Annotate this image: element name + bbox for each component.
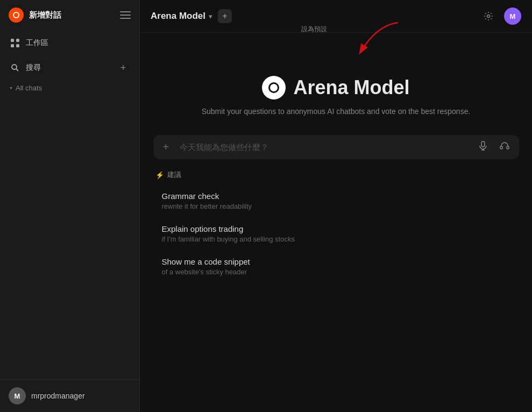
hamburger-line-2: [120, 15, 131, 16]
all-chats-section[interactable]: ▾ All chats: [0, 80, 139, 96]
app-logo: [9, 8, 24, 23]
suggestion-title-1: Explain options trading: [162, 224, 510, 233]
hero-section: Arena Model Submit your questions to ano…: [202, 76, 471, 116]
model-dropdown-button[interactable]: ▾: [209, 12, 212, 20]
svg-line-5: [16, 69, 18, 71]
hamburger-menu-button[interactable]: [120, 10, 131, 20]
sidebar: 新增對話 工作區: [0, 0, 140, 412]
sidebar-item-workspace[interactable]: 工作區: [4, 32, 135, 54]
sidebar-footer: M mrprodmanager: [0, 379, 139, 412]
main-area: Arena Model ▾ + M 設為預設: [140, 0, 532, 412]
suggestion-title-0: Grammar check: [162, 191, 510, 201]
suggestions-label: 建議: [167, 170, 181, 180]
search-row: 搜尋 +: [0, 56, 139, 80]
search-button[interactable]: 搜尋: [10, 62, 41, 73]
hero-logo: [262, 76, 286, 100]
new-item-button[interactable]: +: [117, 61, 130, 74]
sidebar-logo-title: 新增對話: [9, 8, 61, 23]
model-name-label: Arena Model: [151, 11, 205, 22]
svg-point-4: [12, 65, 17, 69]
main-header: Arena Model ▾ + M: [140, 0, 532, 33]
header-avatar-initial: M: [510, 12, 516, 20]
hamburger-line-1: [120, 11, 131, 12]
suggestions-header: ⚡ 建議: [153, 170, 519, 180]
hero-subtitle: Submit your questions to anonymous AI ch…: [202, 107, 471, 116]
suggestion-desc-0: rewrite it for better readability: [162, 202, 510, 210]
suggestion-desc-2: of a website's sticky header: [162, 268, 510, 276]
sparkle-icon: ⚡: [155, 171, 164, 179]
headphone-icon[interactable]: [496, 138, 513, 157]
sidebar-nav: 工作區: [0, 30, 139, 56]
svg-rect-0: [11, 39, 14, 42]
suggestion-item-0[interactable]: Grammar check rewrite it for better read…: [153, 185, 519, 217]
username-label: mrprodmanager: [31, 392, 85, 400]
header-right: M: [480, 8, 521, 25]
sidebar-new-chat-button[interactable]: 新增對話: [29, 10, 61, 20]
svg-rect-11: [500, 146, 502, 149]
hamburger-line-3: [120, 18, 131, 19]
hero-title: Arena Model: [262, 76, 409, 100]
workspace-label: 工作區: [26, 38, 48, 48]
header-left: Arena Model ▾ +: [151, 9, 232, 23]
all-chats-label: All chats: [16, 84, 42, 92]
svg-rect-3: [16, 44, 19, 47]
suggestions-panel: ⚡ 建議 Grammar check rewrite it for better…: [153, 170, 519, 283]
input-plus-button[interactable]: +: [160, 138, 173, 157]
search-label: 搜尋: [26, 63, 41, 73]
chevron-down-icon: ▾: [10, 85, 12, 91]
user-avatar[interactable]: M: [9, 387, 26, 404]
hero-logo-inner: [268, 82, 279, 93]
svg-rect-12: [507, 146, 509, 149]
main-content: Arena Model Submit your questions to ano…: [140, 33, 532, 412]
header-user-avatar[interactable]: M: [504, 8, 521, 25]
logo-inner-circle: [13, 12, 19, 18]
chat-input[interactable]: [178, 137, 469, 157]
svg-rect-8: [481, 141, 485, 147]
grid-icon: [10, 38, 20, 48]
svg-point-6: [487, 15, 490, 18]
chat-input-container: +: [153, 135, 519, 159]
svg-rect-2: [11, 44, 14, 47]
microphone-icon[interactable]: [475, 138, 491, 157]
suggestion-title-2: Show me a code snippet: [162, 257, 510, 266]
add-model-button[interactable]: +: [218, 9, 232, 23]
hero-model-name: Arena Model: [293, 76, 409, 99]
suggestion-item-2[interactable]: Show me a code snippet of a website's st…: [153, 251, 519, 282]
settings-icon[interactable]: [480, 8, 496, 24]
sidebar-header: 新增對話: [0, 0, 139, 30]
suggestion-desc-1: if I'm familiar with buying and selling …: [162, 235, 510, 243]
suggestion-item-1[interactable]: Explain options trading if I'm familiar …: [153, 218, 519, 250]
svg-rect-1: [16, 39, 19, 42]
search-icon: [10, 62, 20, 73]
set-default-label: 設為預設: [301, 25, 327, 34]
avatar-initial: M: [15, 392, 20, 400]
